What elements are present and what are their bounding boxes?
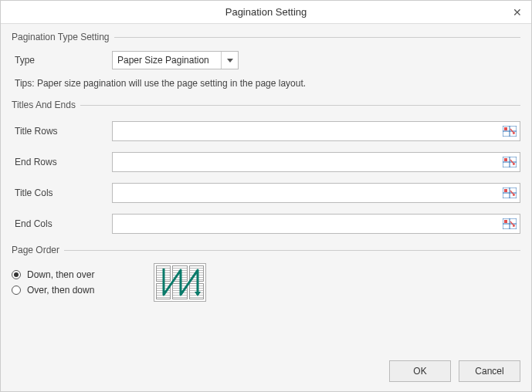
title-rows-row: Title Rows xyxy=(12,121,520,141)
title-rows-input[interactable] xyxy=(113,122,500,140)
group-page-order: Page Order Down, then over Over, then do… xyxy=(12,245,520,302)
end-cols-label: End Cols xyxy=(12,218,112,229)
button-label: OK xyxy=(413,366,426,377)
page-order-radios: Down, then over Over, then down xyxy=(12,265,135,300)
group-pagination-type: Pagination Type Setting Type Paper Size … xyxy=(12,32,520,89)
z-arrow-icon xyxy=(154,264,207,302)
group-legend: Page Order xyxy=(12,245,64,255)
divider xyxy=(80,105,520,106)
divider xyxy=(114,37,520,38)
button-label: Cancel xyxy=(475,366,503,377)
end-rows-input[interactable] xyxy=(113,153,500,171)
title-cols-input[interactable] xyxy=(113,184,500,202)
dialog-buttons: OK Cancel xyxy=(1,351,531,391)
svg-rect-9 xyxy=(504,189,507,192)
dialog-content: Pagination Type Setting Type Paper Size … xyxy=(1,24,531,351)
title-cols-label: Title Cols xyxy=(12,188,112,198)
radio-label: Over, then down xyxy=(27,285,94,296)
title-cols-row: Title Cols xyxy=(12,183,520,203)
chevron-down-icon xyxy=(221,52,238,69)
end-rows-input-wrap xyxy=(112,152,520,172)
group-legend: Titles And Ends xyxy=(12,100,80,110)
end-cols-input[interactable] xyxy=(113,215,500,233)
page-order-preview xyxy=(154,263,206,302)
end-cols-picker-button[interactable] xyxy=(500,215,520,233)
divider xyxy=(64,250,520,251)
end-rows-picker-button[interactable] xyxy=(500,153,520,171)
range-picker-icon xyxy=(503,157,517,167)
title-cols-picker-button[interactable] xyxy=(500,184,520,202)
title-rows-picker-button[interactable] xyxy=(500,122,520,140)
titlebar: Pagination Setting ✕ xyxy=(1,1,531,24)
title-cols-input-wrap xyxy=(112,183,520,203)
type-label: Type xyxy=(12,55,112,66)
close-button[interactable]: ✕ xyxy=(503,1,531,24)
title-rows-label: Title Rows xyxy=(12,126,112,137)
radio-icon xyxy=(12,270,21,279)
close-icon: ✕ xyxy=(513,6,522,19)
page-order-body: Down, then over Over, then down xyxy=(12,263,520,302)
range-picker-icon xyxy=(503,188,517,198)
range-picker-icon xyxy=(503,126,517,137)
radio-icon xyxy=(12,286,21,295)
end-rows-row: End Rows xyxy=(12,152,520,172)
radio-over-then-down[interactable]: Over, then down xyxy=(12,285,135,296)
svg-rect-1 xyxy=(504,127,507,130)
end-cols-input-wrap xyxy=(112,214,520,234)
end-cols-row: End Cols xyxy=(12,214,520,234)
group-legend: Pagination Type Setting xyxy=(12,32,114,42)
dialog-title: Pagination Setting xyxy=(225,6,307,18)
group-titles-ends: Titles And Ends Title Rows xyxy=(12,100,520,234)
cancel-button[interactable]: Cancel xyxy=(459,360,520,382)
type-row: Type Paper Size Pagination xyxy=(12,50,520,70)
radio-down-then-over[interactable]: Down, then over xyxy=(12,269,135,280)
type-selected-value: Paper Size Pagination xyxy=(117,55,209,66)
group-header: Page Order xyxy=(12,245,520,255)
title-rows-input-wrap xyxy=(112,121,520,141)
ok-button[interactable]: OK xyxy=(389,360,451,382)
svg-rect-5 xyxy=(504,158,507,161)
group-header: Pagination Type Setting xyxy=(12,32,520,42)
radio-label: Down, then over xyxy=(27,269,94,280)
end-rows-label: End Rows xyxy=(12,157,112,167)
svg-rect-13 xyxy=(504,220,507,223)
range-picker-icon xyxy=(503,218,517,229)
tips-text: Tips: Paper size pagination will use the… xyxy=(12,78,520,89)
group-header: Titles And Ends xyxy=(12,100,520,110)
type-select[interactable]: Paper Size Pagination xyxy=(112,51,239,69)
pagination-setting-dialog: Pagination Setting ✕ Pagination Type Set… xyxy=(0,0,532,392)
